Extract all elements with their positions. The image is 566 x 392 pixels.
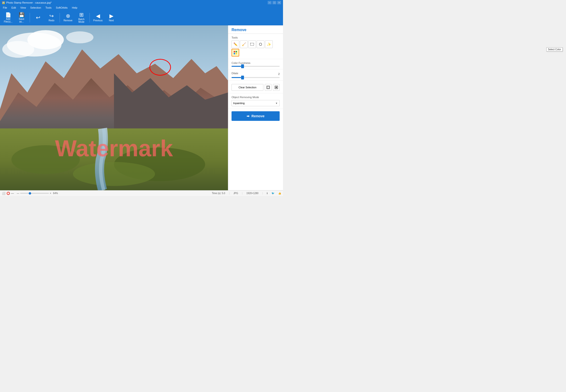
main-content: Watermark Remove Tools ✏️ 🧹 ✨	[0, 25, 283, 190]
magic-wand-tool[interactable]: ✨	[265, 41, 273, 48]
status-sep3: |	[262, 192, 263, 195]
app-icon: 🖼️	[2, 1, 5, 4]
svg-point-9	[12, 145, 80, 174]
color-fuzziness-fill	[231, 66, 241, 67]
close-button[interactable]: ×	[277, 1, 281, 4]
title-bar: 🖼️ Photo Stamp Remover - caucasus.jpg* ─…	[0, 0, 283, 5]
dimensions-status: 1920×1280	[246, 192, 258, 195]
menu-softorbits[interactable]: SoftOrbits	[54, 6, 70, 10]
undo-icon: ↩	[36, 15, 40, 20]
dilate-section: Dilate 2	[228, 70, 283, 81]
format-status: JPG	[233, 192, 238, 195]
svg-point-4	[66, 31, 93, 43]
image-area[interactable]: Watermark	[0, 25, 228, 190]
color-fuzziness-slider-row	[231, 66, 280, 67]
eraser-tool[interactable]: 🧹	[240, 41, 248, 48]
add-files-label: Add File(s)...	[4, 18, 13, 23]
social-icon[interactable]: 👍	[278, 192, 281, 195]
color-fuzziness-track[interactable]	[231, 66, 280, 67]
batch-mode-button[interactable]: ⊞ Batch Mode	[75, 11, 88, 24]
object-removing-mode-label: Object Removing Mode	[231, 96, 280, 98]
separator-status-icon: —	[11, 192, 14, 195]
crop-icon-button[interactable]	[265, 84, 271, 91]
object-removing-mode-select[interactable]: Inpainting Content-Aware Fill Smart Fill	[231, 100, 280, 106]
object-removing-dropdown-row: Inpainting Content-Aware Fill Smart Fill…	[231, 100, 280, 106]
color-fuzziness-label: Color Fuzziness	[231, 61, 280, 64]
status-icons: ⬜ ⭕ —	[2, 192, 14, 195]
dilate-thumb[interactable]	[241, 76, 244, 79]
batch-label: Batch Mode	[78, 18, 85, 23]
menu-tools[interactable]: Tools	[43, 6, 54, 10]
save-as-button[interactable]: 💾 Save as...	[15, 11, 28, 24]
remove-action-button[interactable]: ➡ Remove	[231, 111, 280, 121]
zoom-track[interactable]	[20, 193, 49, 194]
menu-help[interactable]: Help	[70, 6, 79, 10]
menu-bar: File Edit View Selection Tools SoftOrbit…	[0, 5, 283, 10]
undo-button[interactable]: ↩	[32, 11, 44, 24]
zoom-minus-icon[interactable]: —	[17, 192, 19, 195]
share-icon[interactable]: 🐦	[271, 192, 274, 195]
add-files-button[interactable]: 📄 Add File(s)...	[2, 11, 14, 24]
remove-toolbar-label: Remove	[63, 19, 72, 22]
clear-selection-button[interactable]: Clear Selection	[231, 84, 263, 91]
svg-rect-13	[234, 51, 235, 52]
zoom-plus-icon[interactable]: +	[50, 192, 51, 195]
redo-label: Redo	[49, 19, 54, 22]
next-label: Next	[109, 19, 114, 22]
rect-select-status-icon[interactable]: ⬜	[2, 192, 5, 195]
status-sep1: |	[229, 192, 230, 195]
menu-edit[interactable]: Edit	[10, 6, 18, 10]
save-label: Save as...	[19, 18, 24, 23]
previous-label: Previous	[93, 19, 103, 22]
lasso-status-icon[interactable]: ⭕	[6, 192, 10, 195]
menu-file[interactable]: File	[1, 6, 9, 10]
svg-rect-12	[250, 43, 254, 45]
menu-view[interactable]: View	[18, 6, 28, 10]
dilate-track[interactable]	[231, 77, 280, 78]
remove-action-icon: ➡	[247, 114, 250, 118]
dilate-label: Dilate	[231, 72, 238, 75]
save-icon: 💾	[19, 13, 25, 17]
color-fuzziness-section: Color Fuzziness	[228, 59, 283, 70]
lasso-tool[interactable]	[257, 41, 264, 48]
clear-selection-row: Clear Selection	[231, 84, 280, 91]
dilate-value: 2	[276, 72, 280, 75]
svg-point-11	[73, 162, 155, 186]
zoom-thumb[interactable]	[29, 192, 31, 195]
remove-button[interactable]: ⊗ Remove	[62, 11, 74, 24]
toolbar: 📄 Add File(s)... 💾 Save as... ↩ ↪ Redo ⊗…	[0, 10, 283, 25]
rect-select-tool[interactable]	[248, 41, 256, 48]
status-right: Time (s): 5.0 | JPG | 1920×1280 | ℹ 🐦 👍	[212, 192, 281, 195]
maximize-button[interactable]: □	[272, 1, 276, 4]
info-icon[interactable]: ℹ	[267, 192, 268, 195]
right-panel: Remove Tools ✏️ 🧹 ✨	[228, 25, 283, 190]
redo-button[interactable]: ↪ Redo	[45, 11, 58, 24]
select-color-tool[interactable]	[231, 49, 239, 56]
next-button[interactable]: ▶ Next	[105, 11, 118, 24]
next-icon: ▶	[109, 14, 113, 19]
tools-section: Tools ✏️ 🧹 ✨	[228, 34, 283, 59]
status-bar: ⬜ ⭕ — — + 64% Time (s): 5.0 | JPG | 1920…	[0, 190, 283, 196]
remove-action-label: Remove	[251, 114, 264, 118]
tools-label: Tools	[231, 36, 280, 39]
svg-rect-14	[236, 51, 237, 52]
remove-icon: ⊗	[66, 14, 70, 19]
minimize-button[interactable]: ─	[268, 1, 271, 4]
tools-grid: ✏️ 🧹 ✨	[231, 41, 280, 56]
object-removing-mode-section: Object Removing Mode Inpainting Content-…	[228, 93, 283, 109]
status-sep2: |	[242, 192, 242, 195]
panel-title: Remove	[228, 25, 283, 34]
color-fuzziness-thumb[interactable]	[241, 64, 244, 68]
svg-point-3	[2, 41, 34, 58]
window-controls: ─ □ ×	[268, 1, 281, 4]
batch-icon: ⊞	[79, 12, 84, 17]
landscape-svg	[0, 25, 228, 190]
brush-tool[interactable]: ✏️	[231, 41, 239, 48]
dilate-slider-row	[231, 77, 280, 78]
zoom-value: 64%	[53, 192, 58, 195]
select-inverse-button[interactable]	[273, 84, 280, 91]
previous-button[interactable]: ◀ Previous	[92, 11, 104, 24]
zoom-controls: — + 64%	[17, 192, 209, 195]
menu-selection[interactable]: Selection	[28, 6, 43, 10]
clear-selection-section: Clear Selection	[228, 81, 283, 93]
